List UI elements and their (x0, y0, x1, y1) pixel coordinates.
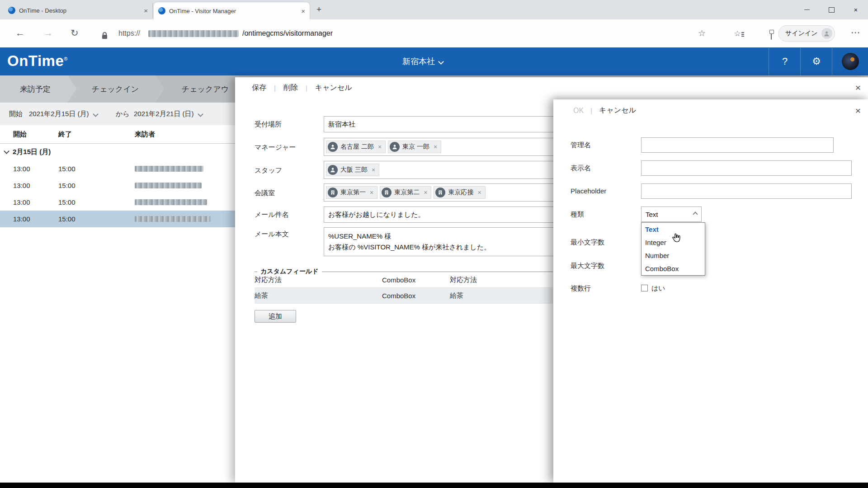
browser-menu-icon[interactable]: ⋯ (851, 27, 860, 38)
tab-close-icon[interactable]: × (301, 7, 305, 15)
minimize-icon (804, 9, 810, 10)
chip-remove-icon[interactable]: × (424, 189, 427, 196)
dialog-cancel-button[interactable]: キャンセル (599, 106, 636, 115)
staff-chipbox[interactable]: 大阪 三郎 × (324, 161, 554, 179)
custom-fields-legend: カスタムフィールド (257, 267, 322, 276)
maximize-button[interactable] (819, 0, 844, 19)
app-logo: OnTime® (7, 52, 68, 70)
favorites-bar-icon[interactable]: ☆ (734, 29, 741, 38)
mail-subject-input[interactable]: お客様がお越しになりました。 (324, 206, 554, 223)
registered-mark: ® (64, 56, 68, 61)
manager-chipbox[interactable]: 名古屋 二郎 × 東京 一郎 × (324, 138, 554, 156)
dropdown-option-number[interactable]: Number (642, 249, 705, 262)
manager-chip[interactable]: 東京 一郎 × (388, 141, 441, 153)
chip-remove-icon[interactable]: × (378, 143, 382, 150)
location-selector[interactable]: 新宿本社 (402, 47, 443, 75)
settings-button[interactable]: ⚙ (800, 47, 832, 75)
room-chip[interactable]: 東京第一 × (326, 186, 377, 199)
start-date-select[interactable]: 2021年2月15日 (月) (29, 103, 98, 125)
admin-name-input[interactable] (641, 137, 834, 153)
group-expand-icon[interactable] (4, 148, 9, 154)
tab-ontime-visitor-manager[interactable]: OnTime - Visitor Manager × (154, 2, 310, 19)
tab-ontime-desktop[interactable]: OnTime - Desktop × (4, 3, 153, 18)
display-name-label: 表示名 (571, 160, 591, 176)
nav-tab-checkin[interactable]: チェックイン (68, 75, 165, 103)
rooms-chipbox[interactable]: 東京第一 × 東京第二 × 東京応接 × (324, 183, 554, 202)
ok-button[interactable]: OK (573, 107, 584, 115)
visit-start: 13:00 (13, 211, 30, 227)
toolbar-separator: | (274, 84, 276, 92)
dialog-close-icon[interactable]: × (855, 106, 861, 115)
chip-label: 東京第二 (394, 188, 420, 197)
max-chars-label: 最大文字数 (571, 258, 604, 273)
chip-remove-icon[interactable]: × (477, 189, 481, 196)
min-chars-label: 最小文字数 (571, 235, 604, 250)
manager-chip[interactable]: 名古屋 二郎 × (326, 141, 386, 153)
back-icon[interactable]: ← (15, 28, 25, 38)
new-tab-button[interactable]: + (316, 5, 321, 14)
custom-field-row[interactable]: 給茶 ComboBox 給茶 (255, 288, 553, 304)
editor-close-icon[interactable]: × (855, 83, 861, 92)
mail-subject-value: お客様がお越しになりました。 (328, 211, 425, 219)
multiline-option-label: はい (651, 281, 665, 296)
type-select[interactable]: Text (641, 206, 702, 222)
chip-remove-icon[interactable]: × (372, 166, 375, 174)
date-group-row[interactable]: 2月15日 (月) (0, 143, 235, 160)
window-close-button[interactable]: × (844, 0, 868, 19)
type-dropdown-list: Text Integer Number ComboBox (641, 222, 705, 276)
visit-row[interactable]: 13:00 15:00 (0, 177, 235, 194)
visitor-name-redacted (135, 166, 203, 172)
visit-row[interactable]: 13:00 15:00 (0, 160, 235, 177)
person-icon (390, 142, 400, 152)
help-icon: ? (782, 56, 788, 67)
placeholder-label: Placeholder (571, 183, 606, 199)
add-custom-field-button[interactable]: 追加 (255, 310, 296, 323)
nav-tab-visit-schedule[interactable]: 来訪予定 (0, 75, 77, 103)
help-button[interactable]: ? (769, 47, 801, 75)
chip-label: 東京 一郎 (402, 143, 429, 151)
mail-body-textarea[interactable]: %USER_NAME% 様 お客様の %VISITOR_NAME% 様が来社され… (324, 227, 554, 256)
url-path[interactable]: /ontimegcms/visitormanager (242, 29, 333, 38)
reload-icon[interactable]: ↻ (71, 28, 79, 38)
gear-icon: ⚙ (812, 56, 821, 67)
visit-start: 13:00 (13, 177, 30, 194)
tab-close-icon[interactable]: × (144, 7, 148, 14)
url-domain-redacted (148, 30, 239, 37)
display-name-input[interactable] (641, 160, 852, 176)
staff-chip[interactable]: 大阪 三郎 × (326, 164, 379, 176)
person-icon (328, 165, 338, 175)
custom-field-display: 対応方法 (450, 276, 553, 284)
user-avatar-button[interactable] (832, 47, 868, 75)
multiline-checkbox[interactable] (641, 285, 648, 291)
cancel-button[interactable]: キャンセル (315, 83, 352, 93)
visit-row[interactable]: 13:00 15:00 (0, 194, 235, 211)
signin-label: サインイン (785, 29, 818, 38)
minimize-button[interactable] (795, 0, 819, 19)
chip-remove-icon[interactable]: × (434, 143, 437, 150)
forward-icon[interactable]: → (43, 28, 53, 38)
collections-icon[interactable] (771, 31, 772, 40)
visit-row-selected[interactable]: 13:00 15:00 (0, 211, 235, 227)
end-date-select[interactable]: 2021年2月21日 (日) (134, 103, 203, 125)
chip-label: 大阪 三郎 (340, 166, 368, 174)
custom-field-type: ComboBox (382, 292, 450, 300)
visitor-name-redacted (135, 216, 211, 222)
dialog-toolbar: OK | キャンセル (573, 106, 636, 115)
dropdown-option-combobox[interactable]: ComboBox (642, 262, 705, 275)
signin-button[interactable]: サインイン (778, 25, 835, 42)
delete-button[interactable]: 削除 (283, 83, 298, 93)
visit-start: 13:00 (13, 194, 30, 211)
placeholder-input[interactable] (641, 183, 852, 199)
location-input[interactable]: 新宿本社 (324, 116, 554, 132)
rooms-label: 会議室 (255, 184, 275, 202)
chip-remove-icon[interactable]: × (370, 189, 373, 196)
col-start: 開始 (13, 125, 27, 143)
favorite-star-icon[interactable]: ☆ (698, 28, 706, 38)
room-chip[interactable]: 東京応接 × (434, 186, 485, 199)
chip-label: 名古屋 二郎 (340, 143, 374, 151)
lock-icon (102, 35, 107, 39)
type-select-value: Text (646, 211, 658, 218)
col-visitor: 来訪者 (135, 125, 155, 143)
room-chip[interactable]: 東京第二 × (380, 186, 431, 199)
save-button[interactable]: 保存 (252, 83, 266, 93)
